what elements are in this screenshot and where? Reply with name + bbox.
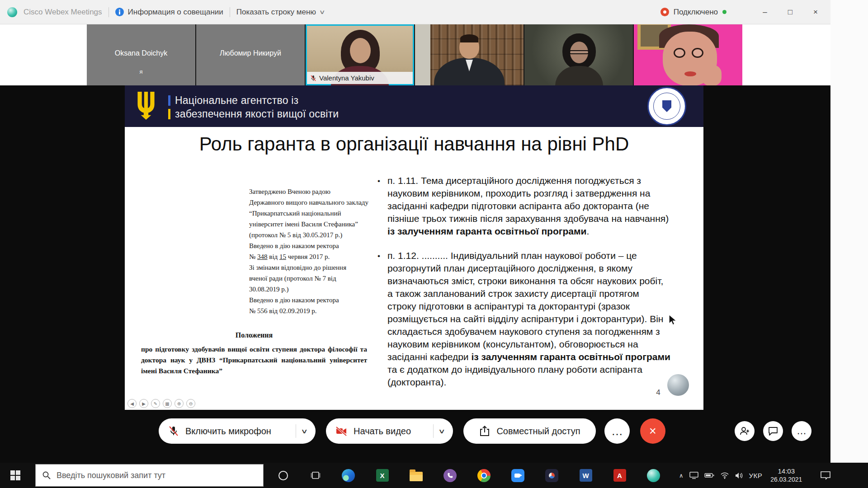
bullet-list: • п. 1.11. Тема дисертаційного досліджен… (377, 174, 670, 389)
participant-self-label: я (87, 68, 195, 75)
agency-line2: забезпечення якості вищої освіти (175, 108, 339, 120)
thumbnails-button[interactable]: ▦ (163, 399, 172, 408)
clock[interactable]: 14:03 26.03.2021 (768, 467, 804, 483)
close-button[interactable]: × (805, 3, 826, 22)
taskbar-webex-icon[interactable] (637, 463, 670, 488)
zoom-out-button[interactable]: ⊖ (186, 399, 195, 408)
participant-tile-oksana[interactable]: Oksana Doichyk я (87, 24, 195, 85)
leave-meeting-button[interactable]: × (640, 418, 665, 444)
chevron-down-icon[interactable]: ∨ (438, 427, 445, 435)
prev-slide-button[interactable]: ◀ (127, 399, 137, 408)
participant-name: Любомир Никируй (196, 49, 305, 57)
approval-line: “Прикарпатський національний (249, 208, 385, 219)
taskbar-chrome-icon[interactable] (467, 463, 501, 488)
participant-video-tile[interactable] (634, 24, 742, 85)
participant-video-tile[interactable] (415, 24, 524, 85)
windows-icon (10, 470, 20, 480)
flag-blue-bar (168, 95, 170, 106)
webex-logo-icon (7, 7, 17, 17)
meeting-info-button[interactable]: Информация о совещании (115, 8, 223, 17)
more-panels-button[interactable]: … (792, 421, 811, 441)
mic-muted-icon (311, 75, 316, 81)
participant-tile-lyubomyr[interactable]: Любомир Никируй (196, 24, 305, 85)
battery-icon (704, 473, 714, 478)
start-video-button[interactable]: Начать видео ∨ (326, 418, 453, 444)
regulation-text: про підготовку здобувачів вищої освіти с… (141, 344, 367, 376)
share-content-button[interactable]: Совместный доступ (463, 418, 596, 444)
tray-network-button (720, 472, 729, 479)
search-input[interactable] (57, 471, 257, 480)
show-menu-label: Показать строку меню (236, 8, 316, 17)
system-tray: ∧ (679, 463, 831, 488)
info-icon (115, 8, 124, 16)
tray-volume-button[interactable] (735, 472, 743, 479)
taskbar: X W A ∧ (0, 463, 868, 488)
taskbar-edge-icon[interactable] (331, 463, 365, 488)
camera-off-icon (335, 425, 348, 437)
minimize-button[interactable]: – (755, 3, 775, 22)
approval-line: Введено в дію наказом ректора (249, 295, 385, 305)
taskbar-excel-icon[interactable]: X (365, 463, 399, 488)
show-menu-button[interactable]: Показать строку меню ∨ (236, 8, 325, 17)
unmute-button[interactable]: Включить микрофон ∨ (159, 418, 316, 444)
more-options-button[interactable]: … (604, 418, 630, 444)
hidden-icons-button[interactable]: ∧ (679, 472, 684, 479)
approval-line: № 348 від 15 червня 2017 р. (249, 251, 385, 262)
trident-icon (136, 92, 156, 120)
bullet-item: • п. 1.11. Тема дисертаційного досліджен… (377, 174, 670, 238)
divider (230, 7, 230, 17)
annotate-button[interactable]: ✎ (151, 399, 160, 408)
approval-block: Затверджено Вченою радою Державного вищо… (249, 186, 385, 316)
zoom-in-button[interactable]: ⊕ (175, 399, 184, 408)
pinned-apps: X W A (331, 463, 670, 488)
slide-toolbar: ◀ ▶ ✎ ▦ ⊕ ⊖ (127, 399, 195, 408)
divider (433, 424, 434, 438)
tray-display-button[interactable] (689, 472, 698, 479)
mouse-cursor (668, 314, 677, 326)
connection-icon (660, 8, 669, 16)
cortana-button[interactable] (271, 463, 295, 488)
bullet-marker: • (377, 175, 380, 188)
taskbar-acrobat-icon[interactable]: A (603, 463, 637, 488)
divider (296, 424, 296, 438)
start-button[interactable] (4, 463, 27, 488)
slide-header: Національне агентство із забезпечення як… (125, 85, 703, 127)
taskbar-search[interactable] (35, 464, 264, 487)
bullet-text: п. 1.12. .......... Індивідуальний план … (387, 249, 670, 389)
regulation-heading: Положення (141, 331, 367, 339)
next-slide-button[interactable]: ▶ (139, 399, 148, 408)
chevron-down-icon[interactable]: ∨ (301, 427, 308, 435)
tray-date: 26.03.2021 (770, 475, 802, 483)
meeting-controls: Включить микрофон ∨ Начать видео ∨ (0, 418, 830, 444)
approval-line: Введено в дію наказом ректора (249, 240, 385, 251)
language-indicator[interactable]: УКР (749, 472, 763, 479)
share-content-label: Совместный доступ (496, 426, 580, 436)
task-view-icon (311, 471, 321, 479)
participants-button[interactable] (735, 421, 755, 441)
taskbar-zoom-icon[interactable] (501, 463, 535, 488)
tray-battery-button[interactable] (704, 473, 714, 478)
agency-name: Національне агентство із забезпечення як… (168, 94, 339, 121)
taskbar-word-icon[interactable]: W (569, 463, 603, 488)
task-view-button[interactable] (304, 463, 327, 488)
chat-button[interactable] (763, 421, 783, 441)
flag-yellow-bar (168, 109, 170, 119)
participant-strip: Oksana Doichyk я Любомир Никируй (0, 24, 830, 85)
approval-line: університет імені Василя Стефаника” (249, 219, 385, 230)
bullet-marker: • (377, 250, 380, 263)
regulation-block: Положення про підготовку здобувачів вищо… (141, 331, 367, 376)
participant-name: Valentyna Yakubiv (319, 74, 374, 82)
meeting-stage: Національне агентство із забезпечення як… (0, 85, 830, 463)
taskbar-viber-icon[interactable] (433, 463, 467, 488)
maximize-button[interactable]: □ (780, 3, 801, 22)
chevron-down-icon: ∨ (319, 9, 326, 15)
taskbar-media-app-icon[interactable] (535, 463, 569, 488)
participant-name: Oksana Doichyk (87, 49, 195, 57)
approval-line: (протокол № 5 від 30.05.2017 р.) (249, 230, 385, 240)
panel-buttons: … (735, 421, 811, 441)
taskbar-file-explorer-icon[interactable] (399, 463, 433, 488)
action-center-button[interactable] (820, 471, 831, 480)
participant-video-tile[interactable] (524, 24, 633, 85)
participant-tile-active-speaker[interactable]: Valentyna Yakubiv (306, 24, 414, 85)
status-green-dot (722, 10, 726, 14)
